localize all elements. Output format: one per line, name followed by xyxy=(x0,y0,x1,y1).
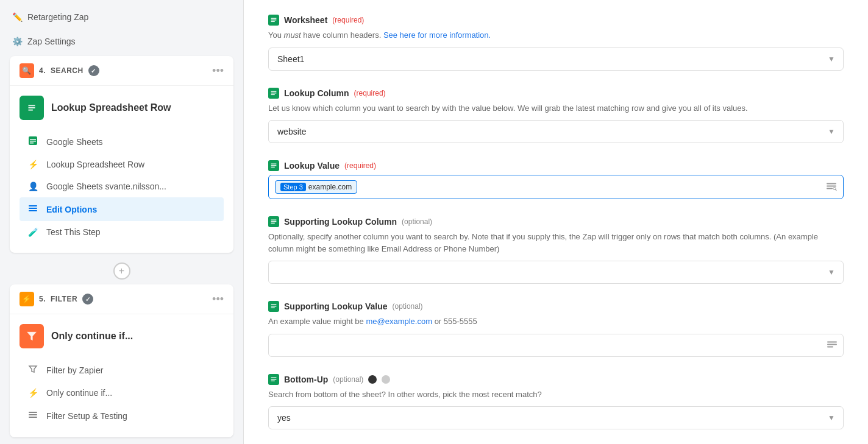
svg-marker-12 xyxy=(29,366,37,372)
supporting-lookup-column-select-wrapper: ▼ xyxy=(268,261,844,284)
supporting-lookup-value-field-section: Supporting Lookup Value (optional) An ex… xyxy=(268,301,844,357)
zap-title-row[interactable]: ✏️ Retargeting Zap xyxy=(0,10,243,32)
supporting-lookup-value-input-wrapper xyxy=(268,334,844,357)
svg-rect-8 xyxy=(29,205,37,206)
lookup-value-label-text: Lookup Value xyxy=(284,161,340,171)
svg-rect-15 xyxy=(29,417,37,418)
svg-rect-38 xyxy=(271,305,277,305)
svg-rect-14 xyxy=(29,414,37,415)
svg-rect-3 xyxy=(29,110,33,111)
bottom-up-select[interactable]: yes no xyxy=(268,406,844,429)
lookup-column-required-tag: (required) xyxy=(354,89,386,97)
bottom-up-label-text: Bottom-Up xyxy=(284,375,328,384)
svg-rect-42 xyxy=(827,344,837,345)
worksheet-label-text: Worksheet xyxy=(284,15,327,25)
menu-item-lookup-row[interactable]: ⚡ Lookup Spreadsheet Row xyxy=(20,153,224,175)
sheets-mini-icon xyxy=(27,136,39,147)
lookup-value-required-tag: (required) xyxy=(344,161,376,170)
svg-rect-17 xyxy=(271,18,277,19)
list-icon xyxy=(27,203,39,215)
lookup-value-field-label: Lookup Value (required) xyxy=(268,160,844,171)
menu-item-google-sheets[interactable]: Google Sheets xyxy=(20,130,224,153)
menu-item-filter-by-zapier[interactable]: Filter by Zapier xyxy=(20,358,224,382)
supporting-lookup-value-field-label: Supporting Lookup Value (optional) xyxy=(268,301,844,312)
bottom-up-select-wrapper: yes no ▼ xyxy=(268,406,844,429)
filter-icon xyxy=(27,364,39,376)
lookup-column-select[interactable]: website xyxy=(268,120,844,143)
svg-rect-10 xyxy=(29,210,37,211)
svg-rect-30 xyxy=(827,188,833,189)
supporting-lookup-column-description: Optionally, specify another column you w… xyxy=(268,231,844,255)
bottom-up-field-section: Bottom-Up (optional) Search from bottom … xyxy=(268,374,844,430)
lightning-icon: ⚡ xyxy=(27,160,39,169)
filter-app-icon xyxy=(20,324,44,348)
step-5-check-badge: ✓ xyxy=(82,294,93,305)
supporting-lookup-column-field-section: Supporting Lookup Column (optional) Opti… xyxy=(268,216,844,284)
worksheet-field-label: Worksheet (required) xyxy=(268,15,844,26)
toggle-dot-right xyxy=(382,375,390,384)
supporting-lookup-column-select[interactable] xyxy=(268,261,844,284)
add-step-button-1[interactable]: + xyxy=(113,263,130,280)
step-4-body: Lookup Spreadsheet Row Google Sheets xyxy=(10,86,233,253)
svg-rect-47 xyxy=(271,380,275,381)
menu-item-test-step[interactable]: 🧪 Test This Step xyxy=(20,221,224,243)
step-4-header-left: 🔍 4. SEARCH ✓ xyxy=(20,63,99,78)
worksheet-field-section: Worksheet (required) You must have colum… xyxy=(268,15,844,71)
svg-rect-19 xyxy=(271,21,275,22)
supporting-lookup-value-description: An example value might be me@example.com… xyxy=(268,315,844,328)
step-4-menu-items: Google Sheets ⚡ Lookup Spreadsheet Row 👤… xyxy=(20,130,224,243)
svg-rect-22 xyxy=(271,93,277,93)
step-5-number: 5. xyxy=(39,295,46,303)
worksheet-select-wrapper: Sheet1 ▼ xyxy=(268,48,844,71)
right-panel: Worksheet (required) You must have colum… xyxy=(244,0,868,444)
worksheet-info-link[interactable]: See here for more information. xyxy=(383,30,491,40)
menu-item-lookup-row-label: Lookup Spreadsheet Row xyxy=(46,160,144,169)
bottom-up-description: Search from bottom of the sheet? In othe… xyxy=(268,389,844,401)
bottom-up-optional-tag: (optional) xyxy=(333,375,363,384)
step-5-dots-menu[interactable]: ••• xyxy=(212,293,224,306)
worksheet-required-tag: (required) xyxy=(332,16,364,24)
menu-item-only-continue[interactable]: ⚡ Only continue if... xyxy=(20,382,224,404)
step-5-card: ⚡ 5. FILTER ✓ ••• Only continue if... xyxy=(10,284,233,437)
supporting-lookup-value-input[interactable] xyxy=(268,334,844,357)
bottom-up-toggle[interactable] xyxy=(368,375,390,384)
step-4-dots-menu[interactable]: ••• xyxy=(212,65,224,77)
svg-line-32 xyxy=(835,189,836,191)
token-format-icon[interactable] xyxy=(826,181,837,194)
svg-rect-2 xyxy=(29,107,35,108)
supporting-lookup-value-field-icon xyxy=(268,301,279,312)
svg-rect-41 xyxy=(827,341,837,342)
step-4-app-info: Lookup Spreadsheet Row xyxy=(20,96,224,120)
step-4-check-badge: ✓ xyxy=(88,65,99,76)
lookup-column-field-icon xyxy=(268,88,279,99)
bottom-up-field-label: Bottom-Up (optional) xyxy=(268,374,844,385)
example-email-link[interactable]: me@example.com xyxy=(366,317,432,326)
step-5-app-name: Only continue if... xyxy=(51,331,133,342)
supporting-lookup-value-optional-tag: (optional) xyxy=(393,302,423,311)
svg-rect-35 xyxy=(271,221,277,222)
menu-item-filter-setup-label: Filter Setup & Testing xyxy=(46,411,127,421)
zap-settings-row[interactable]: ⚙️ Zap Settings xyxy=(0,32,243,51)
menu-item-edit-options[interactable]: Edit Options xyxy=(20,197,224,221)
step-4-number: 4. xyxy=(39,66,46,75)
worksheet-field-icon xyxy=(268,15,279,26)
menu-item-filter-setup[interactable]: Filter Setup & Testing xyxy=(20,404,224,428)
svg-rect-39 xyxy=(271,306,277,306)
token-value-text: example.com xyxy=(308,183,352,191)
lookup-column-field-label: Lookup Column (required) xyxy=(268,88,844,99)
menu-item-account[interactable]: 👤 Google Sheets svante.nilsson... xyxy=(20,175,224,197)
step-5-header: ⚡ 5. FILTER ✓ ••• xyxy=(10,284,233,314)
token-chip-step3: Step 3 example.com xyxy=(275,180,357,194)
lookup-value-token-input[interactable]: Step 3 example.com xyxy=(268,175,844,199)
lookup-column-label-text: Lookup Column xyxy=(284,88,349,98)
worksheet-select[interactable]: Sheet1 xyxy=(268,48,844,71)
supporting-lookup-column-field-icon xyxy=(268,216,279,227)
menu-item-test-step-label: Test This Step xyxy=(46,227,100,237)
step-4-card: 🔍 4. SEARCH ✓ ••• Lookup Spreadsheet Row xyxy=(10,56,233,253)
supporting-lookup-value-format-icon[interactable] xyxy=(827,339,838,351)
menu-item-filter-by-zapier-label: Filter by Zapier xyxy=(46,365,103,375)
svg-rect-27 xyxy=(271,167,275,167)
lookup-column-field-section: Lookup Column (required) Let us know whi… xyxy=(268,88,844,144)
gear-icon: ⚙️ xyxy=(12,37,23,46)
step-5-filter-icon: ⚡ xyxy=(20,292,34,306)
